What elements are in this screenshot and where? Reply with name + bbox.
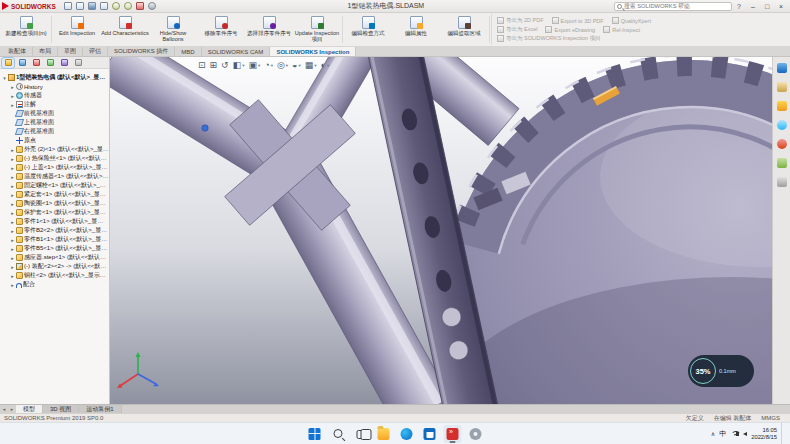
export-item-导出为-solidworks-inspection-项目[interactable]: 导出为 SOLIDWORKS Inspection 项目 bbox=[497, 35, 600, 42]
open-button[interactable] bbox=[75, 1, 86, 12]
tree-item[interactable]: ▸铜柱<2> (默认<<默认>_显示状态) bbox=[0, 271, 109, 280]
taskbar-search-button[interactable] bbox=[329, 425, 347, 443]
tab-mbd[interactable]: MBD bbox=[175, 47, 201, 56]
taskbar-settings-button[interactable] bbox=[467, 425, 485, 443]
tab-solidworks-插件[interactable]: SOLIDWORKS 插件 bbox=[108, 47, 175, 56]
expand-arrow-icon[interactable]: ▾ bbox=[2, 75, 7, 81]
zoom-to-fit-button[interactable]: ⊡ bbox=[198, 60, 206, 70]
expand-arrow-icon[interactable]: ▸ bbox=[10, 102, 15, 108]
export-item-export-to-3d-pdf[interactable]: Export to 3D PDF bbox=[552, 17, 604, 24]
view-tab-3d-视图[interactable]: 3D 视图 bbox=[43, 405, 79, 413]
file-explorer-button[interactable] bbox=[775, 99, 788, 112]
expand-arrow-icon[interactable]: ▸ bbox=[10, 210, 15, 216]
home-button[interactable] bbox=[775, 61, 788, 74]
export-item-导出为-excel[interactable]: 导出为 Excel bbox=[497, 26, 537, 33]
taskbar-edge-button[interactable] bbox=[398, 425, 416, 443]
export-item-export-edrawing[interactable]: Export eDrawing bbox=[545, 26, 595, 33]
tree-item[interactable]: 原点 bbox=[0, 136, 109, 145]
expand-arrow-icon[interactable]: ▸ bbox=[10, 246, 15, 252]
previous-view-button[interactable]: ↺ bbox=[221, 60, 229, 70]
volume-icon[interactable] bbox=[743, 432, 747, 436]
edit-appearance-button[interactable]: ◒▾ bbox=[292, 60, 301, 70]
dimxpert-manager-tab[interactable] bbox=[44, 58, 56, 68]
ribbon-button-update-project[interactable]: Update Inspection 项目 bbox=[293, 14, 341, 45]
rebuild-button[interactable] bbox=[135, 1, 146, 12]
tray-overflow-chevron-icon[interactable]: ∧ bbox=[711, 430, 715, 437]
expand-arrow-icon[interactable]: ▸ bbox=[10, 84, 15, 90]
taskbar-clock[interactable]: 16:05 2022/8/15 bbox=[751, 427, 777, 440]
maximize-button[interactable]: □ bbox=[760, 0, 774, 12]
blue-fastener-part[interactable] bbox=[202, 125, 208, 131]
ribbon-button-sort-balloons[interactable]: 选择排序零件序号 bbox=[245, 14, 293, 45]
ribbon-button-new-inspection[interactable]: 新建检查项目(m) bbox=[2, 14, 50, 45]
taskbar-start-button[interactable] bbox=[306, 425, 324, 443]
expand-arrow-icon[interactable]: ▸ bbox=[10, 264, 15, 270]
new-button[interactable] bbox=[63, 1, 74, 12]
property-manager-tab[interactable] bbox=[16, 58, 28, 68]
tab-装配体[interactable]: 装配体 bbox=[2, 47, 33, 56]
expand-arrow-icon[interactable]: ▸ bbox=[10, 282, 15, 288]
tree-item[interactable]: ▸紧定套<1> (默认<<默认>_显示状态) bbox=[0, 190, 109, 199]
ribbon-button-balloons[interactable]: Hide/Show Balloons bbox=[149, 14, 197, 45]
help-search-box[interactable] bbox=[614, 2, 732, 11]
taskbar-solidworks-button[interactable] bbox=[444, 425, 462, 443]
expand-arrow-icon[interactable]: ▸ bbox=[10, 255, 15, 261]
3d-model-scene[interactable] bbox=[110, 57, 772, 404]
display-style-button[interactable]: ◔▾ bbox=[264, 60, 273, 70]
taskbar-store-button[interactable] bbox=[421, 425, 439, 443]
print-button[interactable] bbox=[99, 1, 110, 12]
tree-item[interactable]: ▸固定螺栓<1> (默认<<默认>_显示状态) bbox=[0, 181, 109, 190]
section-view-button[interactable]: ◧▾ bbox=[233, 60, 245, 70]
show-desktop-button[interactable] bbox=[781, 423, 784, 444]
tab-评估[interactable]: 评估 bbox=[83, 47, 108, 56]
tree-item[interactable]: 前视基准面 bbox=[0, 109, 109, 118]
appearances-button[interactable] bbox=[775, 137, 788, 150]
feature-manager-tab[interactable] bbox=[2, 58, 14, 68]
ribbon-button-edit-methods[interactable]: 编辑检查方式 bbox=[344, 14, 392, 45]
expand-arrow-icon[interactable]: ▸ bbox=[10, 237, 15, 243]
ribbon-button-edit-inspection[interactable]: Edit Inspection bbox=[53, 14, 101, 45]
taskbar-file-explorer-button[interactable] bbox=[375, 425, 393, 443]
ribbon-button-edit-extraction[interactable]: 编辑提取区域 bbox=[440, 14, 488, 45]
custom-properties-button[interactable] bbox=[775, 175, 788, 188]
tree-item[interactable]: ▸传感器 bbox=[0, 91, 109, 100]
tab-草图[interactable]: 草图 bbox=[58, 47, 83, 56]
tree-item[interactable]: ▸History bbox=[0, 82, 109, 91]
tab-scroll-right-icon[interactable]: ▸ bbox=[8, 405, 16, 413]
scenes-button[interactable] bbox=[775, 156, 788, 169]
expand-arrow-icon[interactable]: ▸ bbox=[10, 219, 15, 225]
tree-item[interactable]: ▸(-) 装配<2><2> -> (默认<<默认>_显示状态) bbox=[0, 262, 109, 271]
view-tab-模型[interactable]: 模型 bbox=[16, 405, 43, 413]
expand-arrow-icon[interactable]: ▸ bbox=[10, 183, 15, 189]
tree-item[interactable]: ▸零件B5<1> (默认<<默认>_显示状态) bbox=[0, 244, 109, 253]
filter-tab[interactable] bbox=[72, 58, 84, 68]
display-manager-tab[interactable] bbox=[58, 58, 70, 68]
tree-item[interactable]: ▸注解 bbox=[0, 100, 109, 109]
ime-indicator[interactable]: 中 bbox=[719, 429, 726, 439]
expand-arrow-icon[interactable]: ▸ bbox=[10, 147, 15, 153]
tree-item[interactable]: ▸零件B2<2> (默认<<默认>_显示状态) bbox=[0, 226, 109, 235]
minimize-button[interactable]: – bbox=[746, 0, 760, 12]
design-library-button[interactable] bbox=[775, 80, 788, 93]
tree-item[interactable]: 右视基准面 bbox=[0, 127, 109, 136]
tab-solidworks-inspection[interactable]: SOLIDWORKS Inspection bbox=[270, 47, 356, 56]
expand-arrow-icon[interactable]: ▸ bbox=[10, 273, 15, 279]
tab-scroll-left-icon[interactable]: ◂ bbox=[0, 405, 8, 413]
expand-arrow-icon[interactable]: ▸ bbox=[10, 156, 15, 162]
tree-item[interactable]: ▸配合 bbox=[0, 280, 109, 289]
save-button[interactable] bbox=[87, 1, 98, 12]
taskbar-task-view-button[interactable] bbox=[352, 425, 370, 443]
export-item-qualityxpert[interactable]: QualityXpert bbox=[612, 17, 651, 24]
graphics-viewport[interactable]: ⊡⊞↺◧▾▣▾◔▾◎▾◒▾▦▾◐▾ 35% 0.1mm bbox=[110, 57, 772, 404]
export-item-导出为-2d-pdf[interactable]: 导出为 2D PDF bbox=[497, 17, 544, 24]
help-button[interactable]: ? bbox=[734, 3, 744, 10]
tree-item[interactable]: ▸(-) 上盖<1> (默认<<默认>_显示状态) bbox=[0, 163, 109, 172]
export-item-rel-inspect[interactable]: Rel-Inspect bbox=[603, 26, 640, 33]
redo-button[interactable] bbox=[123, 1, 134, 12]
expand-arrow-icon[interactable]: ▸ bbox=[10, 174, 15, 180]
options-button[interactable] bbox=[147, 1, 158, 12]
view-tab-运动算例1[interactable]: 运动算例1 bbox=[79, 405, 121, 413]
view-orientation-button[interactable]: ▣▾ bbox=[248, 60, 260, 70]
tree-item[interactable]: ▸保护套<1> (默认<<默认>_显示状态) bbox=[0, 208, 109, 217]
tree-item[interactable]: ▸陶瓷圈<1> (默认<<默认>_显示状态) bbox=[0, 199, 109, 208]
